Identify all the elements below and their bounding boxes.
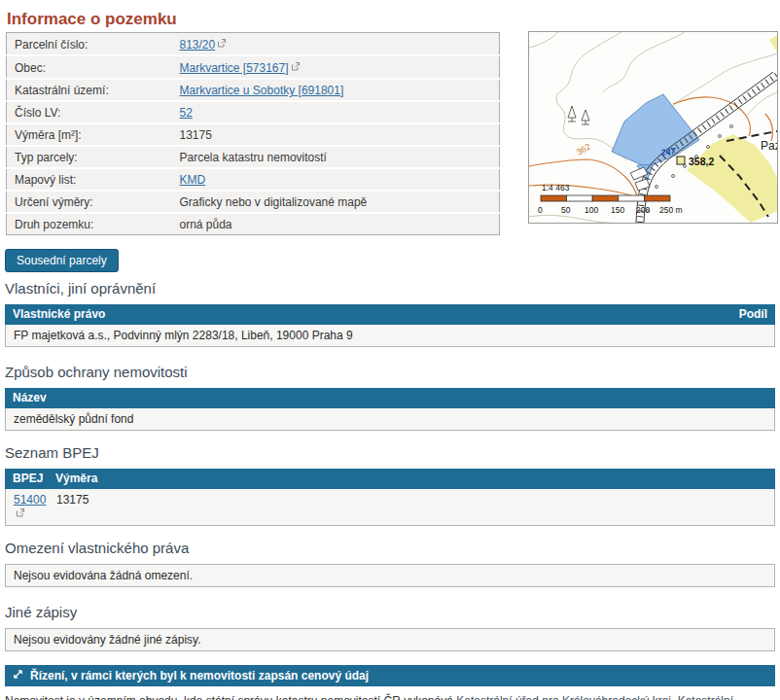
cadastral-map-image: 358,2 247 362 Paz 1:4 463 0 50 100 150 2…: [529, 32, 777, 223]
protection-name: zemědělský půdní fond: [14, 412, 133, 426]
restrictions-section: Omezení vlastnického práva Nejsou evidov…: [5, 540, 775, 587]
section-heading: Seznam BPEJ: [5, 444, 775, 462]
parcel-info-page: Informace o pozemku Parcelní číslo: 813/…: [0, 0, 780, 700]
row-label: Parcelní číslo:: [7, 33, 172, 56]
section-heading: Způsob ochrany nemovitosti: [5, 364, 775, 381]
jurisdiction-note: Nemovitost je v územním obvodu, kde stát…: [5, 693, 775, 700]
column-header: Vlastnické právo: [13, 307, 105, 322]
column-header: Výměra: [55, 472, 97, 486]
parcel-type-value: Parcela katastru nemovitostí: [172, 146, 500, 168]
bpej-area: 13175: [56, 493, 89, 521]
scale-tick: 100: [585, 205, 598, 215]
section-heading: Jiné zápisy: [5, 604, 775, 621]
lv-number-link[interactable]: 52: [180, 106, 193, 120]
land-type-value: orná půda: [172, 213, 500, 235]
external-link-icon: [217, 37, 227, 51]
price-records-label: Řízení, v rámci kterých byl k nemovitost…: [30, 669, 369, 682]
other-records-section: Jiné zápisy Nejsou evidovány žádné jiné …: [5, 604, 775, 651]
section-heading: Omezení vlastnického práva: [5, 540, 775, 557]
row-label: Mapový list:: [7, 168, 172, 191]
owners-section: Vlastníci, jiní oprávnění Vlastnické prá…: [5, 280, 775, 347]
parcel-number-label: 247: [659, 146, 677, 158]
scale-tick: 250 m: [659, 205, 683, 215]
area-determination-value: Graficky nebo v digitalizované mapě: [172, 191, 500, 213]
table-row: Mapový list: KMD: [7, 168, 500, 191]
parcel-number-link[interactable]: 813/20: [180, 38, 216, 52]
page-title: Informace o pozemku: [7, 10, 177, 29]
section-heading: Vlastníci, jiní oprávnění: [5, 280, 775, 298]
bpej-section: Seznam BPEJ BPEJ Výměra 51400 13175: [5, 444, 775, 526]
table-row: FP majetková a.s., Podvinný mlýn 2283/18…: [5, 325, 775, 347]
external-link-icon: [291, 60, 301, 74]
owner-name: FP majetková a.s., Podvinný mlýn 2283/18…: [14, 329, 353, 342]
scale-ratio-label: 1:4 463: [542, 183, 570, 192]
table-row: 51400 13175: [5, 489, 775, 526]
price-records-toggle[interactable]: Řízení, v rámci kterých byl k nemovitost…: [5, 665, 775, 686]
jurisdiction-text: Nemovitost je v územním obvodu, kde stát…: [5, 694, 456, 700]
table-row: Typ parcely: Parcela katastru nemovitost…: [7, 146, 500, 168]
expand-icon: [13, 669, 23, 682]
column-header: BPEJ: [13, 472, 55, 486]
map-sheet-link[interactable]: KMD: [180, 173, 206, 187]
table-row: Katastrální území: Markvartice u Sobotky…: [7, 79, 500, 101]
scale-tick: 150: [611, 205, 624, 215]
scale-tick: 200: [636, 205, 650, 215]
neighboring-parcels-button[interactable]: Sousední parcely: [5, 249, 119, 272]
empty-message: Nejsou evidována žádná omezení.: [5, 564, 775, 587]
table-row: Druh pozemku: orná půda: [7, 213, 500, 235]
municipality-link[interactable]: Markvartice [573167]: [180, 61, 289, 75]
table-row: Určení výměry: Graficky nebo v digitaliz…: [7, 191, 500, 213]
elevation-point-symbol: [677, 157, 685, 164]
area-value: 13175: [172, 123, 500, 146]
row-label: Určení výměry:: [7, 191, 172, 213]
external-link-icon: [16, 507, 25, 520]
table-row: Obec: Markvartice [573167]: [7, 55, 500, 79]
place-name-label: Paz: [761, 139, 777, 153]
row-label: Obec:: [7, 55, 172, 79]
elevation-label: 358,2: [689, 156, 714, 167]
owners-table-header: Vlastnické právo Podíl: [5, 304, 775, 325]
bpej-code-link[interactable]: 51400: [14, 493, 46, 507]
cadastral-area-link[interactable]: Markvartice u Sobotky [691801]: [180, 84, 344, 97]
row-label: Katastrální území:: [7, 79, 172, 101]
row-label: Číslo LV:: [7, 101, 172, 123]
column-header: Název: [13, 391, 47, 405]
table-row: zemědělský půdní fond: [5, 408, 775, 431]
table-row: Parcelní číslo: 813/20: [7, 33, 500, 56]
table-row: Výměra [m²]: 13175: [7, 123, 500, 146]
protection-section: Způsob ochrany nemovitosti Název zeměděl…: [5, 364, 775, 431]
scale-tick: 50: [561, 205, 571, 215]
cadastral-map[interactable]: 358,2 247 362 Paz 1:4 463 0 50 100 150 2…: [528, 31, 778, 224]
protection-table-header: Název: [5, 388, 775, 408]
parcel-info-table: Parcelní číslo: 813/20 Obec: Markvartice…: [6, 32, 500, 235]
lower-sections: Vlastníci, jiní oprávnění Vlastnické prá…: [5, 280, 775, 700]
row-label: Typ parcely:: [7, 146, 172, 168]
bpej-table-header: BPEJ Výměra: [5, 469, 775, 489]
row-label: Výměra [m²]:: [7, 123, 172, 146]
empty-message: Nejsou evidovány žádné jiné zápisy.: [5, 628, 775, 651]
scale-tick: 0: [538, 205, 543, 215]
row-label: Druh pozemku:: [7, 213, 172, 235]
column-header: Podíl: [739, 307, 767, 322]
table-row: Číslo LV: 52: [7, 101, 500, 123]
